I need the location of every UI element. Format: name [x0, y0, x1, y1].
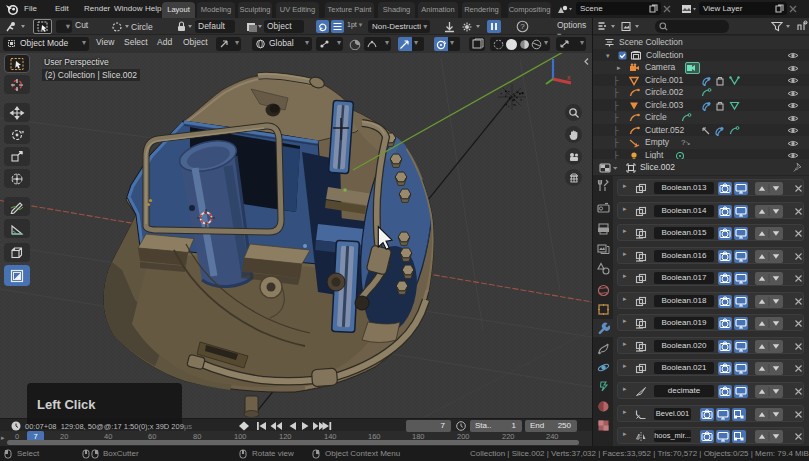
svg-text:?: ?	[520, 22, 525, 31]
svg-text:x: x	[567, 74, 571, 81]
